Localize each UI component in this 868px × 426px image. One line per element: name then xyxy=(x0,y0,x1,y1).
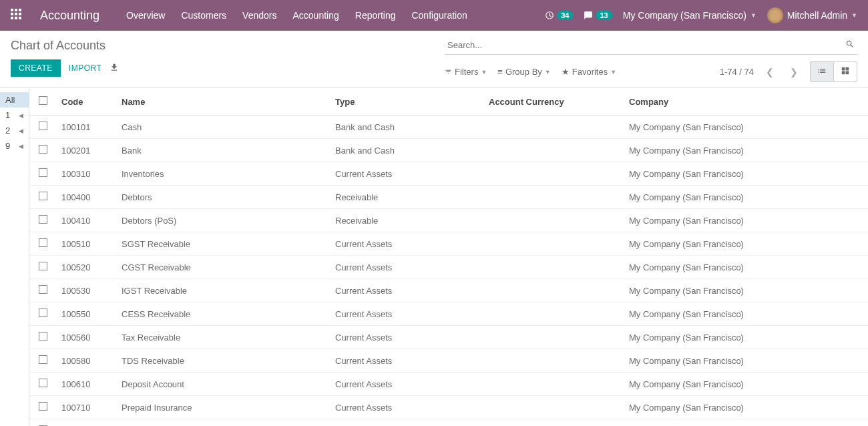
cell-code: 100101 xyxy=(56,116,116,139)
table-row[interactable]: 100101CashBank and CashMy Company (San F… xyxy=(29,116,868,139)
main-area: All 1 ◀ 2 ◀ 9 ◀ Code Name Type Account C… xyxy=(0,88,868,426)
row-checkbox[interactable] xyxy=(39,379,47,387)
row-checkbox[interactable] xyxy=(39,238,47,247)
cell-type: Current Assets xyxy=(330,396,483,419)
search-input[interactable] xyxy=(445,36,843,54)
chevron-left-icon: ◀ xyxy=(19,143,23,150)
menu-accounting[interactable]: Accounting xyxy=(292,10,339,21)
cell-company: My Company (San Francisco) xyxy=(624,186,868,209)
cell-code: 100530 xyxy=(56,279,116,302)
table-row[interactable]: 100310InventoriesCurrent AssetsMy Compan… xyxy=(29,162,868,186)
cell-name: SGST Receivable xyxy=(116,232,330,256)
cell-company: My Company (San Francisco) xyxy=(624,349,868,373)
table-row[interactable]: 100801Liquidity TransferCurrent AssetsMy… xyxy=(29,419,868,427)
cell-name: Debtors xyxy=(116,186,330,209)
row-checkbox[interactable] xyxy=(39,192,47,200)
cell-type: Current Assets xyxy=(330,302,483,326)
apps-icon[interactable] xyxy=(11,9,24,22)
message-count: 13 xyxy=(596,11,612,20)
cell-type: Current Assets xyxy=(330,373,483,396)
control-panel: Chart of Accounts CREATE IMPORT Filters … xyxy=(0,31,868,88)
menu-vendors[interactable]: Vendors xyxy=(242,10,276,21)
cell-company: My Company (San Francisco) xyxy=(624,232,868,256)
col-header-currency[interactable]: Account Currency xyxy=(483,88,624,116)
groupby-button[interactable]: ≡ Group By ▼ xyxy=(497,67,550,77)
chevron-left-icon: ◀ xyxy=(19,128,23,134)
side-filter-all[interactable]: All xyxy=(0,92,29,108)
favorites-button[interactable]: ★ Favorites ▼ xyxy=(562,67,616,77)
cell-currency xyxy=(483,186,624,209)
row-checkbox[interactable] xyxy=(39,145,47,154)
row-checkbox[interactable] xyxy=(39,262,47,270)
cell-type: Receivable xyxy=(330,209,483,232)
table-row[interactable]: 100400DebtorsReceivableMy Company (San F… xyxy=(29,186,868,209)
row-checkbox[interactable] xyxy=(39,355,47,364)
user-name: Mitchell Admin xyxy=(787,10,847,21)
pager-prev[interactable]: ❮ xyxy=(762,64,778,80)
list-view-button[interactable] xyxy=(810,61,833,82)
table-row[interactable]: 100550CESS ReceivableCurrent AssetsMy Co… xyxy=(29,302,868,326)
kanban-view-button[interactable] xyxy=(833,61,857,82)
import-button[interactable]: IMPORT xyxy=(69,63,101,73)
menu-customers[interactable]: Customers xyxy=(181,10,226,21)
cell-type: Current Assets xyxy=(330,349,483,373)
breadcrumb: Chart of Accounts xyxy=(11,39,434,53)
cell-company: My Company (San Francisco) xyxy=(624,209,868,232)
filters-button[interactable]: Filters ▼ xyxy=(445,67,487,77)
row-checkbox[interactable] xyxy=(39,215,47,224)
row-checkbox[interactable] xyxy=(39,308,47,317)
table-row[interactable]: 100580TDS ReceivableCurrent AssetsMy Com… xyxy=(29,349,868,373)
user-menu[interactable]: Mitchell Admin ▼ xyxy=(767,7,857,23)
cell-currency xyxy=(483,373,624,396)
menu-overview[interactable]: Overview xyxy=(126,10,165,21)
menu-configuration[interactable]: Configuration xyxy=(411,10,467,21)
side-filter-9[interactable]: 9 ◀ xyxy=(0,138,29,154)
side-filter-2[interactable]: 2 ◀ xyxy=(0,123,29,138)
row-checkbox[interactable] xyxy=(39,122,47,130)
table-row[interactable]: 100410Debtors (PoS)ReceivableMy Company … xyxy=(29,209,868,232)
company-selector[interactable]: My Company (San Francisco) ▼ xyxy=(623,10,756,21)
cell-currency xyxy=(483,139,624,162)
table-row[interactable]: 100560Tax ReceivableCurrent AssetsMy Com… xyxy=(29,326,868,349)
cell-code: 100550 xyxy=(56,302,116,326)
create-button[interactable]: CREATE xyxy=(11,59,61,77)
messages-indicator[interactable]: 13 xyxy=(584,11,612,20)
cell-currency xyxy=(483,116,624,139)
row-checkbox[interactable] xyxy=(39,402,47,411)
table-row[interactable]: 100530IGST ReceivableCurrent AssetsMy Co… xyxy=(29,279,868,302)
row-checkbox[interactable] xyxy=(39,168,47,177)
pager-text[interactable]: 1-74 / 74 xyxy=(720,67,754,77)
app-brand[interactable]: Accounting xyxy=(40,9,99,23)
table-row[interactable]: 100710Prepaid InsuranceCurrent AssetsMy … xyxy=(29,396,868,419)
table-row[interactable]: 100520CGST ReceivableCurrent AssetsMy Co… xyxy=(29,256,868,279)
table-row[interactable]: 100201BankBank and CashMy Company (San F… xyxy=(29,139,868,162)
pager-next[interactable]: ❯ xyxy=(786,64,802,80)
cell-code: 100610 xyxy=(56,373,116,396)
cell-name: IGST Receivable xyxy=(116,279,330,302)
caret-down-icon: ▼ xyxy=(545,69,551,75)
row-checkbox[interactable] xyxy=(39,332,47,341)
col-header-code[interactable]: Code xyxy=(56,88,116,116)
cell-name: Debtors (PoS) xyxy=(116,209,330,232)
star-icon: ★ xyxy=(562,67,570,77)
select-all-checkbox[interactable] xyxy=(39,96,47,105)
col-header-name[interactable]: Name xyxy=(116,88,330,116)
table-row[interactable]: 100510SGST ReceivableCurrent AssetsMy Co… xyxy=(29,232,868,256)
table-container[interactable]: Code Name Type Account Currency Company … xyxy=(29,88,868,426)
col-header-type[interactable]: Type xyxy=(330,88,483,116)
table-row[interactable]: 100610Deposit AccountCurrent AssetsMy Co… xyxy=(29,373,868,396)
cell-name: Bank xyxy=(116,139,330,162)
row-checkbox[interactable] xyxy=(39,285,47,294)
cell-name: Inventories xyxy=(116,162,330,186)
col-header-company[interactable]: Company xyxy=(624,88,868,116)
search-icon[interactable] xyxy=(843,37,857,53)
nav-right: 34 13 My Company (San Francisco) ▼ Mitch… xyxy=(545,7,857,23)
menu-reporting[interactable]: Reporting xyxy=(355,10,396,21)
side-filter-1[interactable]: 1 ◀ xyxy=(0,108,29,123)
download-button[interactable] xyxy=(110,63,119,74)
activity-indicator[interactable]: 34 xyxy=(545,11,573,20)
cell-company: My Company (San Francisco) xyxy=(624,373,868,396)
top-navbar: Accounting Overview Customers Vendors Ac… xyxy=(0,0,868,31)
activity-count: 34 xyxy=(557,11,573,20)
filter-icon xyxy=(445,68,452,75)
